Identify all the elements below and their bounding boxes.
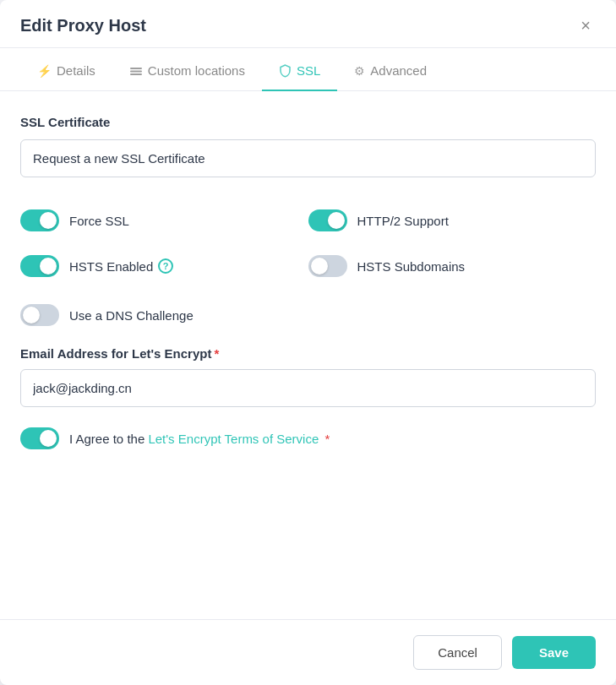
tab-ssl[interactable]: SSL: [262, 48, 337, 91]
ssl-certificate-select[interactable]: Request a new SSL Certificate: [20, 139, 596, 177]
save-button[interactable]: Save: [512, 636, 596, 669]
lets-encrypt-tos-link[interactable]: Let's Encrypt Terms of Service: [148, 432, 319, 446]
http2-support-toggle[interactable]: [308, 209, 347, 231]
svg-rect-2: [130, 73, 142, 75]
agree-slider: [20, 427, 59, 449]
svg-rect-0: [130, 68, 142, 69]
agree-row: I Agree to the Let's Encrypt Terms of Se…: [20, 422, 596, 454]
hsts-enabled-toggle[interactable]: [20, 255, 59, 277]
hsts-enabled-label: HSTS Enabled ?: [69, 258, 173, 274]
edit-proxy-host-modal: Edit Proxy Host × ⚡ Details Custom locat…: [0, 0, 616, 685]
advanced-icon: ⚙: [354, 64, 365, 78]
custom-locations-icon: [129, 63, 143, 78]
dns-challenge-label: Use a DNS Challenge: [69, 308, 194, 323]
ssl-icon: [279, 63, 292, 78]
hsts-subdomains-toggle[interactable]: [308, 255, 347, 277]
hsts-enabled-slider: [20, 255, 59, 277]
svg-rect-1: [130, 71, 142, 73]
force-ssl-slider: [20, 209, 59, 231]
force-ssl-label: Force SSL: [69, 214, 129, 228]
details-icon: ⚡: [37, 64, 52, 78]
tab-ssl-label: SSL: [297, 63, 320, 78]
tab-details-label: Details: [57, 63, 95, 78]
ssl-certificate-label: SSL Certificate: [20, 115, 596, 129]
tab-details[interactable]: ⚡ Details: [20, 48, 112, 91]
hsts-subdomains-label: HSTS Subdomains: [357, 259, 466, 274]
http2-support-row: HTTP/2 Support: [308, 198, 597, 243]
http2-support-slider: [308, 209, 347, 231]
hsts-help-icon[interactable]: ?: [158, 258, 173, 274]
hsts-subdomains-row: HSTS Subdomains: [308, 243, 597, 289]
dns-challenge-toggle[interactable]: [20, 304, 59, 326]
close-button[interactable]: ×: [575, 15, 596, 35]
modal-footer: Cancel Save: [0, 619, 616, 685]
hsts-subdomains-slider: [308, 255, 347, 277]
force-ssl-row: Force SSL: [20, 198, 308, 243]
agree-text: I Agree to the Let's Encrypt Terms of Se…: [69, 432, 330, 446]
tab-advanced-label: Advanced: [370, 63, 427, 78]
http2-support-label: HTTP/2 Support: [357, 214, 449, 228]
email-field-label: Email Address for Let's Encrypt*: [20, 346, 596, 361]
toggles-grid: Force SSL HTTP/2 Support HSTS Enabled ?: [20, 198, 596, 289]
dns-challenge-slider: [20, 304, 59, 326]
dns-challenge-row: Use a DNS Challenge: [20, 292, 596, 338]
tabs-bar: ⚡ Details Custom locations SSL ⚙: [0, 48, 616, 91]
force-ssl-toggle[interactable]: [20, 209, 59, 231]
tab-advanced[interactable]: ⚙ Advanced: [337, 48, 444, 91]
tab-custom-locations[interactable]: Custom locations: [112, 48, 262, 91]
tab-custom-locations-label: Custom locations: [148, 63, 245, 78]
email-input[interactable]: [20, 369, 596, 407]
required-star: *: [214, 346, 219, 361]
hsts-enabled-row: HSTS Enabled ?: [20, 243, 308, 289]
modal-header: Edit Proxy Host ×: [0, 0, 616, 48]
modal-content: SSL Certificate Request a new SSL Certif…: [0, 91, 616, 619]
modal-title: Edit Proxy Host: [20, 16, 146, 35]
cancel-button[interactable]: Cancel: [413, 635, 502, 670]
agree-toggle[interactable]: [20, 427, 59, 449]
